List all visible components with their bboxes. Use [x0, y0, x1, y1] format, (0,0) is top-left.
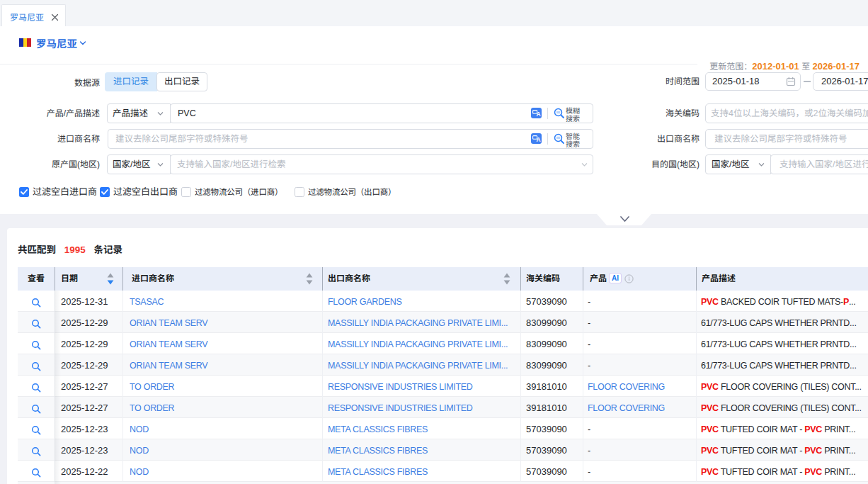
svg-text:A: A: [537, 111, 541, 118]
svg-text:A: A: [537, 136, 541, 143]
